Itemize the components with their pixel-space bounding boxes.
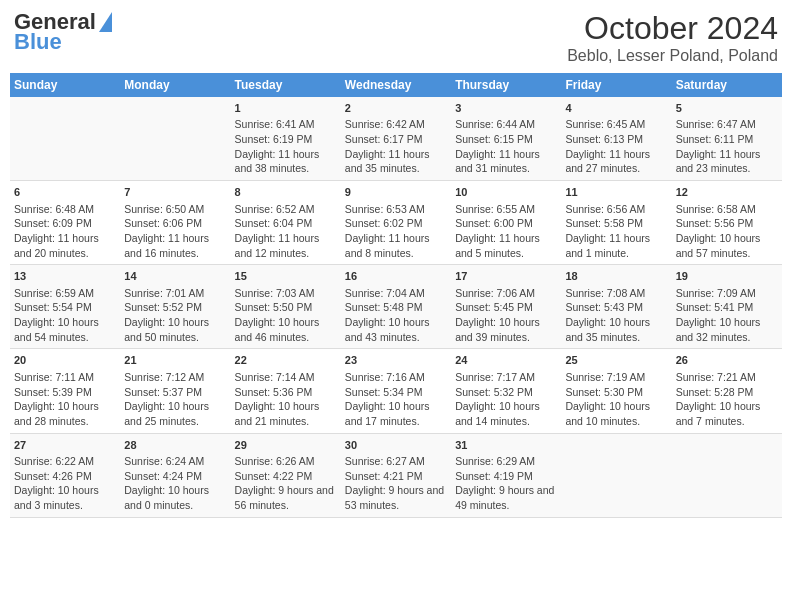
logo-triangle-icon (99, 12, 112, 32)
header-cell-tuesday: Tuesday (231, 73, 341, 97)
day-info: Sunrise: 7:17 AM (455, 370, 557, 385)
day-info: Sunrise: 6:56 AM (565, 202, 667, 217)
week-row-4: 20Sunrise: 7:11 AMSunset: 5:39 PMDayligh… (10, 349, 782, 433)
day-number: 5 (676, 101, 778, 116)
day-cell: 15Sunrise: 7:03 AMSunset: 5:50 PMDayligh… (231, 265, 341, 349)
day-info: Daylight: 11 hours and 27 minutes. (565, 147, 667, 176)
day-cell: 26Sunrise: 7:21 AMSunset: 5:28 PMDayligh… (672, 349, 782, 433)
logo: General Blue (14, 10, 112, 54)
day-info: Sunrise: 7:01 AM (124, 286, 226, 301)
day-info: Sunrise: 6:59 AM (14, 286, 116, 301)
day-info: Daylight: 10 hours and 43 minutes. (345, 315, 447, 344)
day-number: 3 (455, 101, 557, 116)
day-number: 7 (124, 185, 226, 200)
day-info: Sunrise: 6:47 AM (676, 117, 778, 132)
day-info: Daylight: 10 hours and 14 minutes. (455, 399, 557, 428)
header-row: SundayMondayTuesdayWednesdayThursdayFrid… (10, 73, 782, 97)
logo-text-blue: Blue (14, 30, 112, 54)
day-info: Daylight: 10 hours and 10 minutes. (565, 399, 667, 428)
day-info: Daylight: 10 hours and 46 minutes. (235, 315, 337, 344)
day-info: Daylight: 10 hours and 3 minutes. (14, 483, 116, 512)
day-cell: 25Sunrise: 7:19 AMSunset: 5:30 PMDayligh… (561, 349, 671, 433)
header-cell-sunday: Sunday (10, 73, 120, 97)
day-cell: 29Sunrise: 6:26 AMSunset: 4:22 PMDayligh… (231, 433, 341, 517)
day-info: Daylight: 9 hours and 53 minutes. (345, 483, 447, 512)
page-title: October 2024 (567, 10, 778, 47)
title-section: October 2024 Beblo, Lesser Poland, Polan… (567, 10, 778, 65)
day-info: Daylight: 10 hours and 54 minutes. (14, 315, 116, 344)
day-number: 23 (345, 353, 447, 368)
day-info: Daylight: 10 hours and 28 minutes. (14, 399, 116, 428)
day-cell (561, 433, 671, 517)
day-info: Sunset: 5:41 PM (676, 300, 778, 315)
header-cell-saturday: Saturday (672, 73, 782, 97)
week-row-2: 6Sunrise: 6:48 AMSunset: 6:09 PMDaylight… (10, 181, 782, 265)
day-cell: 13Sunrise: 6:59 AMSunset: 5:54 PMDayligh… (10, 265, 120, 349)
day-info: Daylight: 11 hours and 8 minutes. (345, 231, 447, 260)
day-info: Daylight: 10 hours and 50 minutes. (124, 315, 226, 344)
day-info: Daylight: 10 hours and 7 minutes. (676, 399, 778, 428)
day-number: 15 (235, 269, 337, 284)
day-cell: 3Sunrise: 6:44 AMSunset: 6:15 PMDaylight… (451, 97, 561, 181)
day-number: 10 (455, 185, 557, 200)
day-info: Sunset: 5:45 PM (455, 300, 557, 315)
day-cell: 18Sunrise: 7:08 AMSunset: 5:43 PMDayligh… (561, 265, 671, 349)
day-cell: 22Sunrise: 7:14 AMSunset: 5:36 PMDayligh… (231, 349, 341, 433)
day-info: Sunset: 4:24 PM (124, 469, 226, 484)
day-info: Daylight: 10 hours and 17 minutes. (345, 399, 447, 428)
day-number: 27 (14, 438, 116, 453)
day-cell: 20Sunrise: 7:11 AMSunset: 5:39 PMDayligh… (10, 349, 120, 433)
day-number: 16 (345, 269, 447, 284)
day-number: 4 (565, 101, 667, 116)
day-info: Daylight: 11 hours and 16 minutes. (124, 231, 226, 260)
day-info: Sunrise: 6:55 AM (455, 202, 557, 217)
day-info: Sunset: 5:43 PM (565, 300, 667, 315)
day-info: Daylight: 11 hours and 1 minute. (565, 231, 667, 260)
day-number: 20 (14, 353, 116, 368)
day-cell: 16Sunrise: 7:04 AMSunset: 5:48 PMDayligh… (341, 265, 451, 349)
day-info: Sunset: 6:06 PM (124, 216, 226, 231)
day-cell (10, 97, 120, 181)
day-cell: 14Sunrise: 7:01 AMSunset: 5:52 PMDayligh… (120, 265, 230, 349)
day-number: 24 (455, 353, 557, 368)
day-info: Sunset: 5:30 PM (565, 385, 667, 400)
day-number: 31 (455, 438, 557, 453)
day-cell: 4Sunrise: 6:45 AMSunset: 6:13 PMDaylight… (561, 97, 671, 181)
day-info: Sunset: 5:48 PM (345, 300, 447, 315)
day-info: Sunset: 6:11 PM (676, 132, 778, 147)
day-info: Sunset: 5:28 PM (676, 385, 778, 400)
day-info: Sunset: 6:15 PM (455, 132, 557, 147)
day-info: Sunset: 5:50 PM (235, 300, 337, 315)
day-info: Sunset: 4:26 PM (14, 469, 116, 484)
day-info: Daylight: 9 hours and 56 minutes. (235, 483, 337, 512)
day-cell: 7Sunrise: 6:50 AMSunset: 6:06 PMDaylight… (120, 181, 230, 265)
day-info: Daylight: 11 hours and 5 minutes. (455, 231, 557, 260)
day-info: Daylight: 10 hours and 32 minutes. (676, 315, 778, 344)
day-cell: 10Sunrise: 6:55 AMSunset: 6:00 PMDayligh… (451, 181, 561, 265)
day-number: 8 (235, 185, 337, 200)
day-info: Daylight: 11 hours and 38 minutes. (235, 147, 337, 176)
day-info: Sunset: 5:34 PM (345, 385, 447, 400)
header-cell-monday: Monday (120, 73, 230, 97)
day-info: Sunrise: 6:24 AM (124, 454, 226, 469)
day-number: 30 (345, 438, 447, 453)
day-cell (672, 433, 782, 517)
day-info: Daylight: 10 hours and 57 minutes. (676, 231, 778, 260)
day-cell: 27Sunrise: 6:22 AMSunset: 4:26 PMDayligh… (10, 433, 120, 517)
day-info: Sunrise: 6:50 AM (124, 202, 226, 217)
day-number: 1 (235, 101, 337, 116)
day-info: Sunrise: 7:16 AM (345, 370, 447, 385)
header-cell-friday: Friday (561, 73, 671, 97)
day-number: 19 (676, 269, 778, 284)
day-number: 28 (124, 438, 226, 453)
day-info: Sunset: 5:32 PM (455, 385, 557, 400)
day-number: 11 (565, 185, 667, 200)
day-info: Sunrise: 6:53 AM (345, 202, 447, 217)
day-info: Sunrise: 6:41 AM (235, 117, 337, 132)
day-info: Sunset: 5:54 PM (14, 300, 116, 315)
day-info: Sunrise: 6:42 AM (345, 117, 447, 132)
day-info: Sunrise: 6:22 AM (14, 454, 116, 469)
day-number: 22 (235, 353, 337, 368)
day-number: 14 (124, 269, 226, 284)
calendar-table: SundayMondayTuesdayWednesdayThursdayFrid… (10, 73, 782, 518)
